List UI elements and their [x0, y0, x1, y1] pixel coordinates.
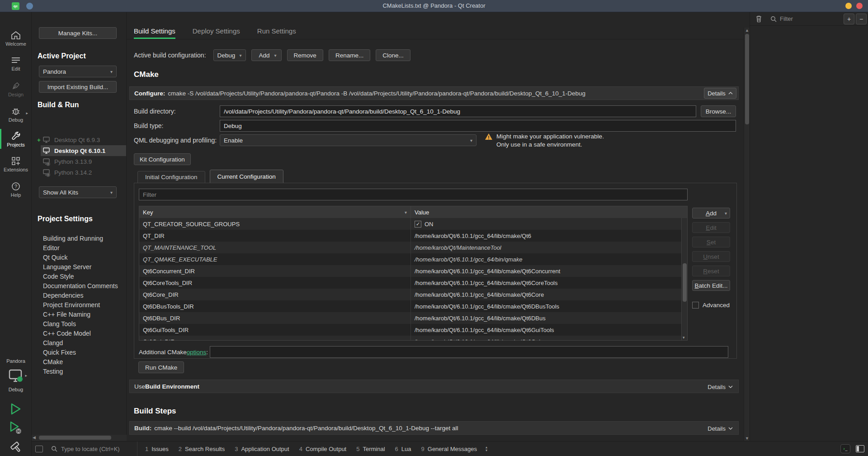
- sidebar-horizontal-scrollbar[interactable]: ◀: [32, 435, 127, 441]
- table-row[interactable]: QT_CREATOR_SOURCE_GROUPS ON: [139, 218, 687, 230]
- table-row[interactable]: Qt6DBusTools_DIR /home/karob/Qt/6.10.1/g…: [139, 300, 687, 312]
- tab-initial-configuration[interactable]: Initial Configuration: [137, 171, 205, 183]
- advanced-checkbox-row[interactable]: Advanced: [692, 302, 730, 309]
- kit-item[interactable]: ! Python 3.13.9: [41, 156, 127, 167]
- mode-edit[interactable]: Edit: [0, 52, 32, 76]
- project-settings-item[interactable]: Project Environment: [32, 300, 127, 310]
- table-row[interactable]: Qt6Core_DIR /home/karob/Qt/6.10.1/gcc_64…: [139, 289, 687, 300]
- browse-button[interactable]: Browse...: [701, 105, 736, 117]
- mode-projects[interactable]: Projects: [0, 127, 32, 151]
- kit-item[interactable]: Desktop Qt 6.10.1: [41, 145, 127, 156]
- kit-configuration-button[interactable]: Kit Configuration: [134, 153, 191, 165]
- table-row[interactable]: Qt6DBus_DIR /home/karob/Qt/6.10.1/gcc_64…: [139, 312, 687, 324]
- split-add-button[interactable]: +: [844, 14, 854, 24]
- scrollbar-thumb[interactable]: [683, 263, 687, 302]
- import-existing-build-button[interactable]: Import Existing Build...: [39, 81, 117, 93]
- project-settings-item[interactable]: Testing: [32, 367, 127, 376]
- output-pane-button[interactable]: 9 General Messages: [416, 442, 482, 456]
- clone-configuration-button[interactable]: Clone...: [376, 49, 410, 61]
- table-row[interactable]: QT_QMAKE_EXECUTABLE /home/karob/Qt/6.10.…: [139, 253, 687, 265]
- kit-selector-button[interactable]: ▸: [0, 366, 32, 386]
- output-pane-button[interactable]: 4 Compile Output: [294, 442, 352, 456]
- output-pane-button[interactable]: 2 Search Results: [174, 442, 230, 456]
- qml-debugging-select[interactable]: Enable ▾: [220, 134, 476, 146]
- kit-item[interactable]: ! Python 3.14.2: [41, 167, 127, 178]
- tab-run-settings[interactable]: Run Settings: [257, 27, 296, 39]
- build-type-input[interactable]: [220, 120, 736, 132]
- main-vertical-scrollbar[interactable]: ▲ ▼: [744, 28, 750, 441]
- scroll-left-icon[interactable]: ◀: [33, 435, 36, 440]
- close-button[interactable]: [856, 3, 863, 9]
- minimize-button[interactable]: [845, 3, 852, 9]
- project-settings-item[interactable]: Building and Running: [32, 234, 127, 243]
- output-pane-button[interactable]: 5 Terminal: [351, 442, 390, 456]
- variable-action-button[interactable]: Batch Edit...: [692, 280, 730, 291]
- build-configuration-select[interactable]: Debug ▾: [213, 49, 246, 61]
- checkbox-unchecked-icon[interactable]: [692, 302, 699, 309]
- mode-help[interactable]: ? Help: [0, 178, 32, 201]
- output-pane-button[interactable]: 1 Issues: [140, 442, 174, 456]
- manage-kits-button[interactable]: Manage Kits...: [39, 27, 117, 39]
- options-link[interactable]: options: [187, 349, 207, 356]
- tab-current-configuration[interactable]: Current Configuration: [210, 170, 283, 183]
- table-vertical-scrollbar[interactable]: ▾: [681, 218, 687, 340]
- output-pane-button[interactable]: 3 Application Output: [230, 442, 294, 456]
- run-cmake-button[interactable]: Run CMake: [138, 361, 184, 373]
- trash-icon[interactable]: [755, 15, 762, 23]
- mode-debug[interactable]: Debug ▸: [0, 103, 32, 126]
- build-button[interactable]: [0, 438, 32, 456]
- project-settings-item[interactable]: C++ File Naming: [32, 310, 127, 319]
- table-row[interactable]: Qt6GuiTools_DIR /home/karob/Qt/6.10.1/gc…: [139, 324, 687, 336]
- mode-design[interactable]: Design: [0, 77, 32, 101]
- project-settings-item[interactable]: Language Server: [32, 262, 127, 272]
- locator-input[interactable]: Type to locate (Ctrl+K): [51, 446, 137, 452]
- project-settings-item[interactable]: Dependencies: [32, 291, 127, 300]
- sidebar-toggle-icon[interactable]: [35, 446, 43, 452]
- right-pane-filter[interactable]: Filter: [770, 15, 844, 22]
- run-button[interactable]: [0, 400, 32, 418]
- tab-deploy-settings[interactable]: Deploy Settings: [193, 27, 240, 39]
- scroll-down-icon[interactable]: ▾: [683, 335, 685, 340]
- output-pane-button[interactable]: 6 Lua: [390, 442, 416, 456]
- project-select[interactable]: Pandora ▾: [39, 66, 117, 77]
- rename-configuration-button[interactable]: Rename...: [329, 49, 370, 61]
- project-settings-item[interactable]: Editor: [32, 243, 127, 253]
- add-configuration-button[interactable]: Add ▾: [251, 49, 282, 61]
- mode-welcome[interactable]: Welcome: [0, 27, 32, 50]
- project-settings-item[interactable]: Documentation Comments: [32, 281, 127, 291]
- project-settings-item[interactable]: Quick Fixes: [32, 348, 127, 357]
- remove-configuration-button[interactable]: Remove: [287, 49, 323, 61]
- tab-build-settings[interactable]: Build Settings: [134, 27, 175, 39]
- table-row[interactable]: QT_DIR /home/karob/Qt/6.10.1/gcc_64/lib/…: [139, 230, 687, 242]
- variable-action-button[interactable]: Unset: [692, 251, 730, 262]
- table-row[interactable]: Qt6Concurrent_DIR /home/karob/Qt/6.10.1/…: [139, 265, 687, 277]
- additional-cmake-options-input[interactable]: [210, 346, 728, 358]
- table-row[interactable]: Qt6CoreTools_DIR /home/karob/Qt/6.10.1/g…: [139, 277, 687, 289]
- debug-submenu-caret-icon[interactable]: ▸: [26, 111, 28, 115]
- pane-maximize-icon[interactable]: ▴ ▾: [486, 446, 487, 452]
- key-column-header[interactable]: Key ▾: [139, 206, 410, 218]
- build-step-details-button[interactable]: Details: [708, 422, 733, 435]
- variable-filter-input[interactable]: [139, 189, 688, 200]
- checkbox-checked-icon[interactable]: [415, 221, 421, 228]
- variable-action-button[interactable]: Set: [692, 237, 730, 247]
- project-settings-item[interactable]: Qt Quick: [32, 253, 127, 262]
- environment-details-button[interactable]: Details: [708, 380, 733, 394]
- variable-action-button[interactable]: Reset: [692, 266, 730, 276]
- kit-item[interactable]: + Desktop Qt 6.9.3: [41, 134, 127, 145]
- terminal-icon[interactable]: ›_: [840, 444, 850, 453]
- project-settings-item[interactable]: Clangd: [32, 338, 127, 348]
- show-all-kits-select[interactable]: Show All Kits ▾: [39, 186, 117, 198]
- build-directory-input[interactable]: [220, 105, 696, 117]
- variable-action-button[interactable]: Add ▾: [692, 208, 730, 218]
- project-settings-item[interactable]: C++ Code Model: [32, 329, 127, 338]
- table-row[interactable]: Qt6Gui_DIR /home/karob/Qt/6.10.1/gcc_64/…: [139, 336, 687, 341]
- table-row[interactable]: QT_MAINTENANCE_TOOL /home/karob/Qt/Maint…: [139, 242, 687, 253]
- scroll-down-icon[interactable]: ▼: [745, 436, 749, 441]
- project-settings-item[interactable]: Clang Tools: [32, 319, 127, 329]
- scrollbar-thumb[interactable]: [745, 34, 749, 124]
- mode-extensions[interactable]: Extensions: [0, 152, 32, 176]
- debug-run-button[interactable]: [0, 419, 32, 437]
- project-settings-item[interactable]: CMake: [32, 357, 127, 367]
- variable-action-button[interactable]: Edit: [692, 222, 730, 233]
